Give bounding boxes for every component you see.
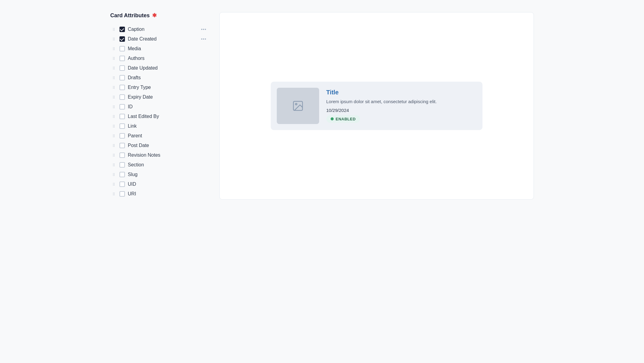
svg-point-97 — [113, 184, 113, 185]
checkbox-revision-notes[interactable] — [119, 152, 125, 158]
svg-point-24 — [113, 67, 113, 67]
svg-point-37 — [113, 87, 113, 88]
drag-handle-uid — [112, 182, 116, 186]
attribute-item-revision-notes[interactable]: Revision Notes — [110, 151, 207, 160]
attribute-item-last-edited-by[interactable]: Last Edited By — [110, 112, 207, 121]
attribute-label-slug: Slug — [128, 172, 206, 177]
checkbox-date-created[interactable] — [119, 36, 125, 42]
attribute-label-uid: UID — [128, 182, 206, 187]
attribute-item-parent[interactable]: Parent — [110, 131, 207, 140]
panel-title-text: Card Attributes — [110, 12, 150, 19]
checkbox-slug[interactable] — [119, 172, 125, 177]
svg-point-26 — [113, 69, 113, 69]
status-badge: ENABLED — [326, 115, 360, 123]
checkbox-entry-type[interactable] — [119, 85, 125, 90]
svg-point-47 — [114, 98, 114, 98]
attribute-item-section[interactable]: Section — [110, 160, 207, 169]
svg-point-54 — [113, 115, 113, 116]
checkbox-caption[interactable] — [119, 27, 125, 32]
svg-point-102 — [113, 192, 113, 193]
attribute-label-uri: URI — [128, 191, 206, 197]
svg-point-91 — [113, 174, 113, 175]
svg-point-25 — [113, 68, 113, 68]
svg-point-81 — [114, 154, 114, 154]
more-options-caption[interactable] — [201, 29, 206, 30]
checkbox-authors[interactable] — [119, 56, 125, 61]
more-options-date-created[interactable] — [201, 38, 206, 40]
checkbox-parent[interactable] — [119, 133, 125, 139]
status-dot — [331, 117, 334, 120]
checkbox-section[interactable] — [119, 162, 125, 168]
attribute-item-link[interactable]: Link — [110, 122, 207, 131]
svg-point-105 — [114, 192, 114, 193]
svg-point-48 — [113, 105, 113, 106]
attribute-label-drafts: Drafts — [128, 75, 206, 80]
drag-handle-date-created — [112, 37, 116, 41]
attribute-label-date-created: Date Created — [128, 36, 198, 42]
checkbox-media[interactable] — [119, 46, 125, 51]
svg-point-109 — [295, 103, 297, 105]
checkbox-id[interactable] — [119, 104, 125, 110]
svg-point-70 — [114, 136, 114, 136]
svg-point-78 — [113, 154, 113, 154]
attribute-item-date-updated[interactable]: Date Updated — [110, 64, 207, 73]
svg-point-0 — [113, 28, 113, 28]
attribute-item-expiry-date[interactable]: Expiry Date — [110, 93, 207, 102]
attribute-item-caption[interactable]: Caption — [110, 25, 207, 34]
svg-point-50 — [113, 107, 113, 108]
svg-point-51 — [114, 105, 114, 106]
svg-point-96 — [113, 183, 113, 183]
svg-point-72 — [113, 144, 113, 145]
attribute-label-media: Media — [128, 46, 206, 51]
svg-point-15 — [114, 47, 114, 48]
checkbox-date-updated[interactable] — [119, 65, 125, 71]
attribute-item-media[interactable]: Media — [110, 44, 207, 53]
svg-point-34 — [114, 77, 114, 78]
drag-handle-entry-type — [112, 85, 116, 90]
svg-point-89 — [114, 165, 114, 166]
svg-point-12 — [113, 47, 113, 48]
checkbox-post-date[interactable] — [119, 143, 125, 148]
attribute-label-post-date: Post Date — [128, 143, 206, 148]
drag-handle-post-date — [112, 143, 116, 148]
attribute-item-id[interactable]: ID — [110, 102, 207, 111]
attribute-item-date-created[interactable]: Date Created — [110, 34, 207, 44]
checkbox-expiry-date[interactable] — [119, 94, 125, 100]
checkbox-last-edited-by[interactable] — [119, 114, 125, 119]
attribute-label-section: Section — [128, 162, 206, 168]
checkbox-uid[interactable] — [119, 182, 125, 187]
svg-point-4 — [114, 29, 114, 30]
attribute-item-post-date[interactable]: Post Date — [110, 141, 207, 150]
svg-point-13 — [113, 48, 113, 49]
checkbox-uri[interactable] — [119, 191, 125, 197]
attribute-item-uid[interactable]: UID — [110, 180, 207, 189]
attribute-item-authors[interactable]: Authors — [110, 54, 207, 63]
svg-point-5 — [114, 30, 114, 31]
svg-point-79 — [113, 155, 113, 155]
attribute-item-entry-type[interactable]: Entry Type — [110, 83, 207, 92]
svg-point-99 — [114, 183, 114, 183]
drag-handle-drafts — [112, 76, 116, 80]
svg-point-94 — [114, 174, 114, 175]
right-panel: Title Lorem ipsum dolor sit amet, consec… — [219, 12, 534, 200]
svg-point-101 — [114, 185, 114, 185]
attribute-label-date-updated: Date Updated — [128, 65, 206, 71]
svg-point-11 — [114, 40, 114, 40]
drag-handle-link — [112, 124, 116, 128]
svg-point-32 — [113, 78, 113, 79]
svg-point-80 — [113, 156, 113, 156]
attribute-label-last-edited-by: Last Edited By — [128, 114, 206, 119]
svg-point-16 — [114, 48, 114, 49]
attribute-item-uri[interactable]: URI — [110, 189, 207, 198]
svg-point-64 — [114, 126, 114, 126]
svg-point-57 — [114, 115, 114, 116]
checkbox-drafts[interactable] — [119, 75, 125, 80]
svg-point-46 — [114, 97, 114, 97]
attribute-label-authors: Authors — [128, 56, 206, 61]
svg-point-38 — [113, 88, 113, 89]
attribute-item-drafts[interactable]: Drafts — [110, 73, 207, 82]
svg-point-30 — [113, 76, 113, 77]
checkbox-link[interactable] — [119, 123, 125, 129]
svg-point-42 — [113, 96, 113, 96]
attribute-item-slug[interactable]: Slug — [110, 170, 207, 179]
